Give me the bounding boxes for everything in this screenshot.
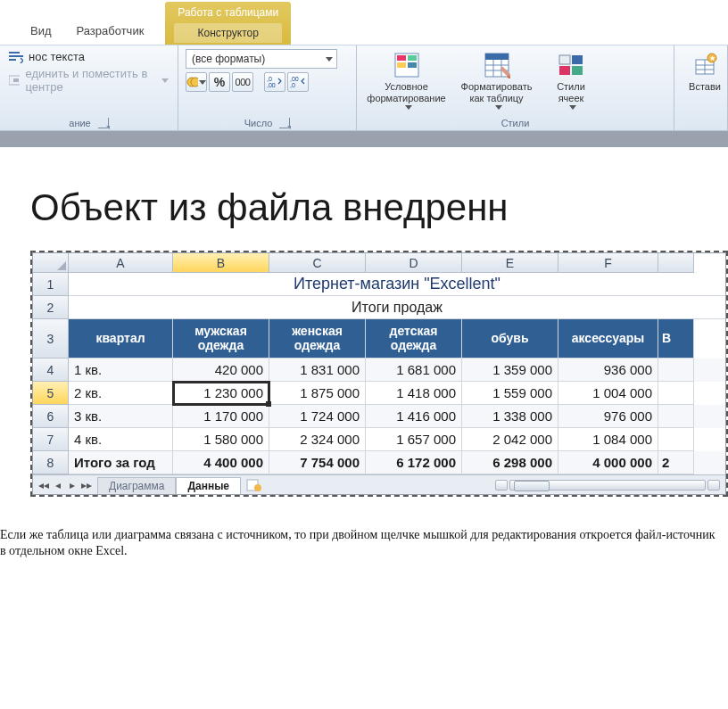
next-sheet-button[interactable]: ▸ — [65, 478, 79, 492]
cell[interactable]: 1 831 000 — [269, 359, 366, 382]
insert-cells-button[interactable]: ★ Встави — [682, 49, 728, 93]
cell[interactable]: 2 — [658, 451, 694, 474]
cell[interactable]: 1 004 000 — [558, 382, 658, 405]
cell-styles-button[interactable]: Стили ячеек — [544, 49, 598, 110]
format-as-table-button[interactable]: Форматировать как таблицу — [454, 49, 539, 110]
cell[interactable]: 1 559 000 — [462, 382, 558, 405]
col-header-C[interactable]: C — [269, 253, 366, 273]
cell[interactable]: 1 416 000 — [366, 405, 462, 428]
cell[interactable]: 4 000 000 — [558, 451, 658, 474]
cell[interactable]: 7 754 000 — [269, 451, 366, 474]
select-all-corner[interactable] — [33, 253, 69, 273]
decrease-decimal-button[interactable]: ,00,0 — [287, 72, 309, 92]
merge-center-button[interactable]: единить и поместить в центре — [7, 66, 170, 95]
header-men[interactable]: мужская одежда — [173, 319, 269, 359]
cell[interactable]: 1 кв. — [69, 359, 173, 382]
number-format-combo[interactable]: (все форматы) — [186, 49, 337, 69]
row-header-3[interactable]: 3 — [33, 319, 69, 359]
cell[interactable]: 1 084 000 — [558, 428, 658, 451]
cell[interactable]: 1 418 000 — [366, 382, 462, 405]
sheet-tab-chart[interactable]: Диаграмма — [97, 477, 176, 494]
embedded-excel-object[interactable]: A B C D E F 1 Итернет-магазин "Excellent… — [30, 251, 728, 497]
col-header-F[interactable]: F — [558, 253, 658, 273]
cell-total-label[interactable]: Итого за год — [69, 451, 173, 474]
cell[interactable]: 976 000 — [558, 405, 658, 428]
cell[interactable]: 1 170 000 — [173, 405, 269, 428]
cell[interactable] — [658, 359, 694, 382]
first-sheet-button[interactable]: ◂◂ — [37, 478, 51, 492]
table-title[interactable]: Итернет-магазин "Excellent" — [69, 273, 725, 296]
tab-view[interactable]: Вид — [18, 19, 64, 45]
row-header[interactable]: 8 — [33, 451, 69, 474]
cell[interactable]: 1 338 000 — [462, 405, 558, 428]
header-extra[interactable]: В — [658, 319, 694, 359]
scroll-right-button[interactable] — [707, 480, 720, 491]
cell[interactable] — [658, 405, 694, 428]
header-women[interactable]: женская одежда — [269, 319, 366, 359]
col-header-E[interactable]: E — [462, 253, 558, 273]
cell[interactable]: 6 298 000 — [462, 451, 558, 474]
thousands-button[interactable]: 000 — [232, 72, 253, 92]
cell[interactable]: 420 000 — [173, 359, 269, 382]
cell[interactable]: 2 кв. — [69, 382, 173, 405]
dialog-launcher-icon[interactable] — [98, 118, 109, 128]
cell[interactable] — [658, 428, 694, 451]
sheet-tab-data[interactable]: Данные — [176, 477, 241, 494]
cell[interactable]: 2 042 000 — [462, 428, 558, 451]
conditional-formatting-button[interactable]: Условное форматирование — [364, 49, 449, 110]
row-header-2[interactable]: 2 — [33, 296, 69, 319]
dialog-launcher-icon[interactable] — [279, 118, 290, 128]
row-header[interactable]: 7 — [33, 428, 69, 451]
header-kids[interactable]: детская одежда — [366, 319, 462, 359]
conditional-formatting-label: Условное форматирование — [364, 81, 449, 103]
col-header-B[interactable]: B — [173, 253, 269, 273]
tab-design[interactable]: Конструктор — [174, 23, 282, 43]
percent-button[interactable]: % — [209, 72, 230, 92]
header-accessories[interactable]: аксессуары — [558, 319, 658, 359]
selected-cell[interactable]: 1 230 000 — [173, 382, 269, 405]
cell[interactable]: 4 400 000 — [173, 451, 269, 474]
window-border — [0, 131, 728, 147]
row-header[interactable]: 5 — [33, 382, 69, 405]
cell[interactable]: 1 580 000 — [173, 428, 269, 451]
cell[interactable]: 1 359 000 — [462, 359, 558, 382]
col-header-A[interactable]: A — [69, 253, 173, 273]
horizontal-scrollbar[interactable] — [264, 480, 725, 491]
row-header[interactable]: 6 — [33, 405, 69, 428]
prev-sheet-button[interactable]: ◂ — [51, 478, 65, 492]
format-table-icon — [484, 52, 510, 78]
header-shoes[interactable]: обувь — [462, 319, 558, 359]
new-sheet-button[interactable] — [244, 478, 264, 492]
currency-icon — [186, 76, 198, 88]
scroll-left-button[interactable] — [495, 480, 508, 491]
table-subtitle[interactable]: Итоги продаж — [69, 296, 725, 319]
col-header-D[interactable]: D — [366, 253, 462, 273]
document-heading: Объект из файла внедренн — [30, 186, 728, 229]
svg-rect-4 — [13, 78, 19, 82]
scroll-thumb[interactable] — [514, 481, 550, 491]
row-header-1[interactable]: 1 — [33, 273, 69, 296]
svg-rect-1 — [9, 55, 23, 57]
cell[interactable]: 936 000 — [558, 359, 658, 382]
cell[interactable]: 1 681 000 — [366, 359, 462, 382]
cell[interactable]: 1 875 000 — [269, 382, 366, 405]
accounting-format-button[interactable] — [186, 72, 207, 92]
cell[interactable] — [658, 382, 694, 405]
cell[interactable]: 3 кв. — [69, 405, 173, 428]
increase-decimal-button[interactable]: ,0,00 — [264, 72, 285, 92]
tab-developer[interactable]: Разработчик — [64, 19, 157, 45]
header-quarter[interactable]: квартал — [69, 319, 173, 359]
row-header[interactable]: 4 — [33, 359, 69, 382]
wrap-text-button[interactable]: нос текста — [7, 49, 170, 64]
cell[interactable]: 4 кв. — [69, 428, 173, 451]
svg-rect-15 — [408, 62, 417, 68]
cell-styles-label: Стили ячеек — [544, 81, 598, 103]
cell[interactable]: 1 657 000 — [366, 428, 462, 451]
cell[interactable]: 6 172 000 — [366, 451, 462, 474]
last-sheet-button[interactable]: ▸▸ — [79, 478, 94, 492]
col-header-partial[interactable] — [658, 253, 694, 273]
cell[interactable]: 2 324 000 — [269, 428, 366, 451]
scroll-track[interactable] — [509, 480, 706, 491]
caption-text: Если же таблица или диаграмма связана с … — [0, 518, 728, 577]
cell[interactable]: 1 724 000 — [269, 405, 366, 428]
